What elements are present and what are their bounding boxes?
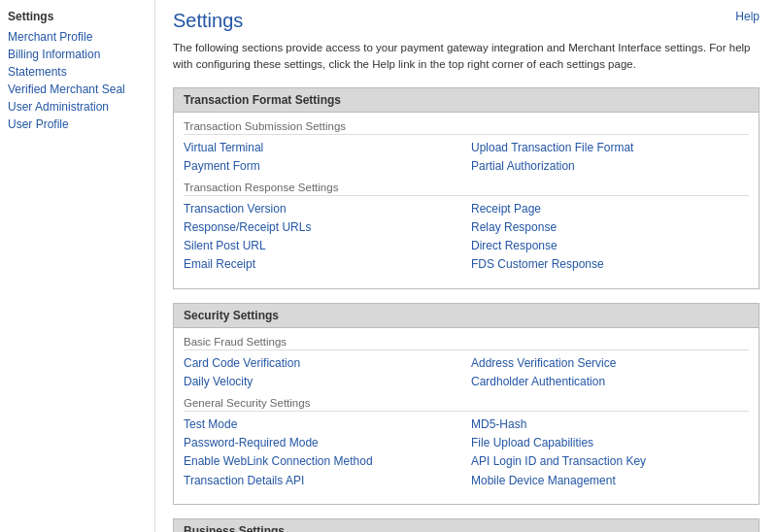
link-email-receipt[interactable]: Email Receipt [184, 255, 461, 274]
links-left-security-0: Card Code VerificationDaily Velocity [184, 354, 461, 391]
link-md5-hash[interactable]: MD5-Hash [471, 416, 749, 434]
section-body-security: Basic Fraud SettingsCard Code Verificati… [174, 328, 759, 504]
sidebar-item-2[interactable]: Statements [8, 64, 147, 80]
link-file-upload-capabilities[interactable]: File Upload Capabilities [471, 434, 749, 452]
link-cardholder-authentication[interactable]: Cardholder Authentication [471, 373, 749, 391]
sidebar-item-4[interactable]: User Administration [8, 99, 147, 115]
links-right-transaction-format-0: Upload Transaction File FormatPartial Au… [471, 139, 749, 176]
intro-text: The following sections provide access to… [173, 40, 760, 74]
section-header-security: Security Settings [174, 304, 759, 328]
links-grid-transaction-format-1: Transaction VersionResponse/Receipt URLs… [184, 200, 749, 275]
link-transaction-details-api[interactable]: Transaction Details API [184, 472, 461, 490]
links-right-security-1: MD5-HashFile Upload CapabilitiesAPI Logi… [471, 416, 749, 490]
link-daily-velocity[interactable]: Daily Velocity [184, 373, 461, 391]
page-title: Settings [173, 10, 243, 32]
link-card-code-verification[interactable]: Card Code Verification [184, 354, 461, 373]
sidebar-links: Merchant ProfileBilling InformationState… [8, 29, 147, 132]
link-partial-authorization[interactable]: Partial Authorization [471, 157, 749, 176]
subsection-label-security-0: Basic Fraud Settings [184, 336, 749, 350]
sections-container: Transaction Format SettingsTransaction S… [173, 87, 760, 533]
link-password-required-mode[interactable]: Password-Required Mode [184, 434, 461, 452]
link-direct-response[interactable]: Direct Response [471, 237, 749, 255]
link-address-verification-service[interactable]: Address Verification Service [471, 354, 749, 373]
section-business: Business SettingsGeneral Information Set… [173, 518, 760, 532]
help-link[interactable]: Help [735, 10, 760, 23]
links-grid-security-1: Test ModePassword-Required ModeEnable We… [184, 416, 749, 490]
link-payment-form[interactable]: Payment Form [184, 157, 461, 176]
section-header-transaction-format: Transaction Format Settings [174, 88, 759, 113]
links-right-security-0: Address Verification ServiceCardholder A… [471, 354, 749, 391]
sidebar-item-3[interactable]: Verified Merchant Seal [8, 82, 147, 97]
link-api-login-id-and-transaction-key[interactable]: API Login ID and Transaction Key [471, 452, 749, 471]
link-virtual-terminal[interactable]: Virtual Terminal [184, 139, 461, 157]
main-header: Settings Help [173, 10, 760, 32]
links-left-transaction-format-0: Virtual TerminalPayment Form [184, 139, 461, 176]
section-header-business: Business Settings [174, 519, 759, 532]
main-content: Settings Help The following sections pro… [155, 0, 777, 532]
sidebar: Settings Merchant ProfileBilling Informa… [0, 0, 155, 532]
section-transaction-format: Transaction Format SettingsTransaction S… [173, 87, 760, 289]
links-right-transaction-format-1: Receipt PageRelay ResponseDirect Respons… [471, 200, 749, 275]
links-left-transaction-format-1: Transaction VersionResponse/Receipt URLs… [184, 200, 461, 275]
links-grid-security-0: Card Code VerificationDaily VelocityAddr… [184, 354, 749, 391]
sidebar-title: Settings [8, 10, 147, 23]
link-mobile-device-management[interactable]: Mobile Device Management [471, 472, 749, 490]
sidebar-item-1[interactable]: Billing Information [8, 47, 147, 62]
link-relay-response[interactable]: Relay Response [471, 218, 749, 237]
link-upload-transaction-file-format[interactable]: Upload Transaction File Format [471, 139, 749, 157]
section-body-transaction-format: Transaction Submission SettingsVirtual T… [174, 113, 759, 288]
sidebar-item-0[interactable]: Merchant Profile [8, 29, 147, 45]
link-fds-customer-response[interactable]: FDS Customer Response [471, 255, 749, 274]
link-enable-weblink-connection-method[interactable]: Enable WebLink Connection Method [184, 452, 461, 471]
link-receipt-page[interactable]: Receipt Page [471, 200, 749, 218]
links-grid-transaction-format-0: Virtual TerminalPayment FormUpload Trans… [184, 139, 749, 176]
links-left-security-1: Test ModePassword-Required ModeEnable We… [184, 416, 461, 490]
section-security: Security SettingsBasic Fraud SettingsCar… [173, 303, 760, 505]
subsection-label-security-1: General Security Settings [184, 397, 749, 412]
subsection-label-transaction-format-1: Transaction Response Settings [184, 182, 749, 196]
link-transaction-version[interactable]: Transaction Version [184, 200, 461, 218]
sidebar-item-5[interactable]: User Profile [8, 116, 147, 132]
link-test-mode[interactable]: Test Mode [184, 416, 461, 434]
link-responsereceipt-urls[interactable]: Response/Receipt URLs [184, 218, 461, 237]
link-silent-post-url[interactable]: Silent Post URL [184, 237, 461, 255]
subsection-label-transaction-format-0: Transaction Submission Settings [184, 120, 749, 135]
